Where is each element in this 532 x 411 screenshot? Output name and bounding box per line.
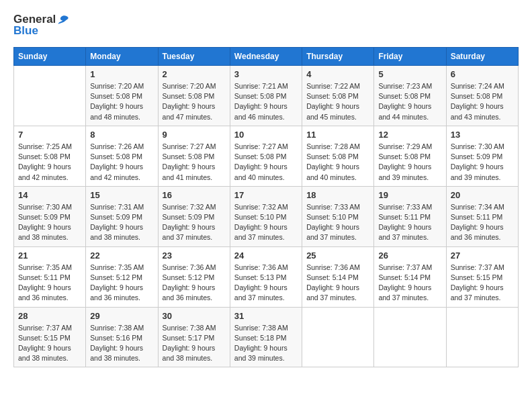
day-info: Sunrise: 7:24 AM Sunset: 5:08 PM Dayligh… [451,81,514,122]
day-info: Sunrise: 7:31 AM Sunset: 5:09 PM Dayligh… [90,202,153,243]
day-number: 2 [163,69,226,79]
day-info: Sunrise: 7:38 AM Sunset: 5:18 PM Dayligh… [234,323,298,364]
calendar-cell: 25Sunrise: 7:36 AM Sunset: 5:14 PM Dayli… [302,246,374,307]
day-number: 12 [378,130,441,140]
day-info: Sunrise: 7:25 AM Sunset: 5:08 PM Dayligh… [18,142,81,183]
calendar-cell: 31Sunrise: 7:38 AM Sunset: 5:18 PM Dayli… [230,307,302,367]
day-number: 20 [451,190,514,200]
day-info: Sunrise: 7:32 AM Sunset: 5:10 PM Dayligh… [234,202,298,243]
calendar-cell: 3Sunrise: 7:21 AM Sunset: 5:08 PM Daylig… [230,66,302,126]
calendar-week-row: 1Sunrise: 7:20 AM Sunset: 5:08 PM Daylig… [14,66,519,126]
day-number: 8 [90,130,153,140]
day-number: 18 [306,190,369,200]
calendar-cell: 7Sunrise: 7:25 AM Sunset: 5:08 PM Daylig… [14,126,86,186]
weekday-header: Monday [86,48,158,66]
day-info: Sunrise: 7:30 AM Sunset: 5:09 PM Dayligh… [451,142,514,183]
logo: General Blue [13,13,69,36]
day-number: 5 [378,69,441,79]
day-info: Sunrise: 7:27 AM Sunset: 5:08 PM Dayligh… [163,142,226,183]
calendar-cell: 18Sunrise: 7:33 AM Sunset: 5:10 PM Dayli… [302,186,374,246]
day-info: Sunrise: 7:26 AM Sunset: 5:08 PM Dayligh… [90,142,153,183]
calendar-cell: 13Sunrise: 7:30 AM Sunset: 5:09 PM Dayli… [446,126,518,186]
weekday-header: Thursday [302,48,374,66]
day-number: 26 [378,250,441,261]
calendar-cell: 24Sunrise: 7:36 AM Sunset: 5:13 PM Dayli… [230,246,302,307]
day-number: 16 [163,190,226,200]
day-info: Sunrise: 7:33 AM Sunset: 5:10 PM Dayligh… [306,202,369,243]
day-info: Sunrise: 7:22 AM Sunset: 5:08 PM Dayligh… [306,81,369,122]
calendar-cell: 22Sunrise: 7:35 AM Sunset: 5:12 PM Dayli… [86,246,158,307]
day-number: 23 [163,250,226,261]
calendar-cell: 4Sunrise: 7:22 AM Sunset: 5:08 PM Daylig… [302,66,374,126]
day-info: Sunrise: 7:37 AM Sunset: 5:15 PM Dayligh… [18,323,81,364]
day-number: 4 [306,69,369,79]
calendar-header-row: SundayMondayTuesdayWednesdayThursdayFrid… [14,48,519,66]
calendar-cell: 30Sunrise: 7:38 AM Sunset: 5:17 PM Dayli… [158,307,230,367]
day-number: 21 [18,250,81,261]
bird-icon [57,14,69,25]
calendar-week-row: 14Sunrise: 7:30 AM Sunset: 5:09 PM Dayli… [14,186,519,246]
day-info: Sunrise: 7:35 AM Sunset: 5:11 PM Dayligh… [18,263,81,304]
day-number: 17 [234,190,298,200]
day-number: 11 [306,130,369,140]
day-info: Sunrise: 7:35 AM Sunset: 5:12 PM Dayligh… [90,263,153,304]
day-info: Sunrise: 7:29 AM Sunset: 5:08 PM Dayligh… [378,142,441,183]
day-info: Sunrise: 7:23 AM Sunset: 5:08 PM Dayligh… [378,81,441,122]
calendar-cell: 16Sunrise: 7:32 AM Sunset: 5:09 PM Dayli… [158,186,230,246]
calendar-cell [302,307,374,367]
day-number: 13 [451,130,514,140]
day-info: Sunrise: 7:21 AM Sunset: 5:08 PM Dayligh… [234,81,298,122]
day-info: Sunrise: 7:32 AM Sunset: 5:09 PM Dayligh… [163,202,226,243]
calendar-table: SundayMondayTuesdayWednesdayThursdayFrid… [13,47,519,367]
day-info: Sunrise: 7:36 AM Sunset: 5:13 PM Dayligh… [234,263,298,304]
day-number: 1 [90,69,153,79]
weekday-header: Saturday [446,48,518,66]
day-number: 14 [18,190,81,200]
calendar-cell: 5Sunrise: 7:23 AM Sunset: 5:08 PM Daylig… [374,66,446,126]
logo-container: General Blue [13,13,69,36]
day-info: Sunrise: 7:38 AM Sunset: 5:16 PM Dayligh… [90,323,153,364]
weekday-header: Sunday [14,48,86,66]
weekday-header: Wednesday [230,48,302,66]
calendar-cell: 27Sunrise: 7:37 AM Sunset: 5:15 PM Dayli… [446,246,518,307]
day-number: 29 [90,311,153,321]
day-number: 24 [234,250,298,261]
calendar-cell: 10Sunrise: 7:27 AM Sunset: 5:08 PM Dayli… [230,126,302,186]
calendar-cell: 11Sunrise: 7:28 AM Sunset: 5:08 PM Dayli… [302,126,374,186]
day-number: 7 [18,130,81,140]
day-info: Sunrise: 7:37 AM Sunset: 5:15 PM Dayligh… [451,263,514,304]
logo-blue: Blue [13,25,69,36]
weekday-header: Tuesday [158,48,230,66]
calendar-cell: 12Sunrise: 7:29 AM Sunset: 5:08 PM Dayli… [374,126,446,186]
day-number: 22 [90,250,153,261]
day-info: Sunrise: 7:33 AM Sunset: 5:11 PM Dayligh… [378,202,441,243]
day-number: 25 [306,250,369,261]
page-header: General Blue [13,13,519,36]
calendar-cell: 1Sunrise: 7:20 AM Sunset: 5:08 PM Daylig… [86,66,158,126]
calendar-cell: 23Sunrise: 7:36 AM Sunset: 5:12 PM Dayli… [158,246,230,307]
calendar-cell: 15Sunrise: 7:31 AM Sunset: 5:09 PM Dayli… [86,186,158,246]
day-info: Sunrise: 7:36 AM Sunset: 5:12 PM Dayligh… [163,263,226,304]
day-number: 27 [451,250,514,261]
calendar-cell: 28Sunrise: 7:37 AM Sunset: 5:15 PM Dayli… [14,307,86,367]
day-number: 19 [378,190,441,200]
weekday-header: Friday [374,48,446,66]
day-info: Sunrise: 7:34 AM Sunset: 5:11 PM Dayligh… [451,202,514,243]
day-number: 6 [451,69,514,79]
day-number: 10 [234,130,298,140]
day-number: 28 [18,311,81,321]
day-info: Sunrise: 7:38 AM Sunset: 5:17 PM Dayligh… [163,323,226,364]
day-info: Sunrise: 7:30 AM Sunset: 5:09 PM Dayligh… [18,202,81,243]
calendar-cell [14,66,86,126]
calendar-week-row: 28Sunrise: 7:37 AM Sunset: 5:15 PM Dayli… [14,307,519,367]
day-info: Sunrise: 7:36 AM Sunset: 5:14 PM Dayligh… [306,263,369,304]
calendar-week-row: 7Sunrise: 7:25 AM Sunset: 5:08 PM Daylig… [14,126,519,186]
calendar-cell: 17Sunrise: 7:32 AM Sunset: 5:10 PM Dayli… [230,186,302,246]
calendar-cell: 19Sunrise: 7:33 AM Sunset: 5:11 PM Dayli… [374,186,446,246]
day-number: 31 [234,311,298,321]
calendar-cell: 6Sunrise: 7:24 AM Sunset: 5:08 PM Daylig… [446,66,518,126]
calendar-cell: 14Sunrise: 7:30 AM Sunset: 5:09 PM Dayli… [14,186,86,246]
calendar-cell: 29Sunrise: 7:38 AM Sunset: 5:16 PM Dayli… [86,307,158,367]
calendar-cell: 21Sunrise: 7:35 AM Sunset: 5:11 PM Dayli… [14,246,86,307]
day-info: Sunrise: 7:20 AM Sunset: 5:08 PM Dayligh… [163,81,226,122]
